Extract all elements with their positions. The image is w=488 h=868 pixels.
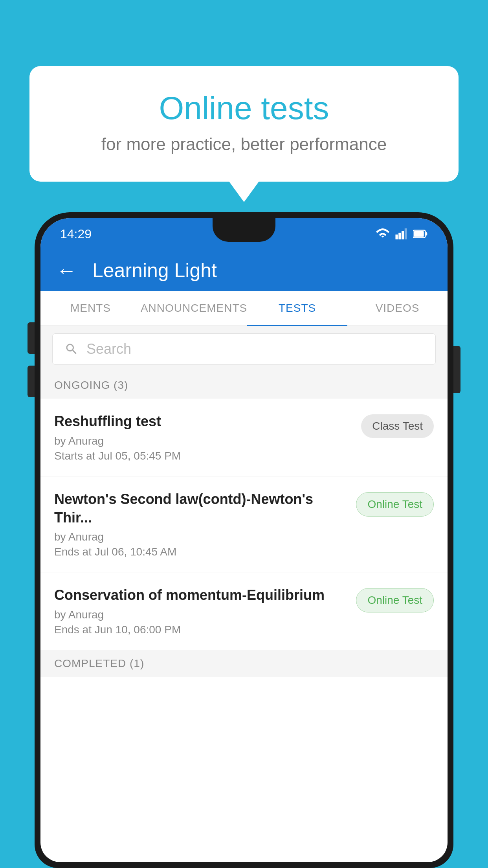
tab-ments[interactable]: MENTS xyxy=(40,291,141,326)
phone-frame: 14:29 xyxy=(35,212,453,868)
app-bar: ← Learning Light xyxy=(40,250,448,291)
search-container: Search xyxy=(40,326,448,372)
test-date: Ends at Jun 10, 06:00 PM xyxy=(54,623,348,636)
bubble-title: Online tests xyxy=(61,90,427,127)
search-icon xyxy=(64,342,79,356)
test-name: Conservation of momentum-Equilibrium xyxy=(54,586,348,605)
test-date: Ends at Jul 06, 10:45 AM xyxy=(54,546,348,558)
test-badge-online: Online Test xyxy=(356,588,434,612)
test-item[interactable]: Newton's Second law(contd)-Newton's Thir… xyxy=(40,476,448,573)
phone-screen: 14:29 xyxy=(40,218,448,862)
status-time: 14:29 xyxy=(60,227,92,241)
svg-rect-1 xyxy=(398,233,401,239)
ongoing-section-header: ONGOING (3) xyxy=(40,372,448,399)
test-info: Reshuffling test by Anurag Starts at Jul… xyxy=(54,412,361,462)
test-by: by Anurag xyxy=(54,435,353,447)
phone-vol-up-button xyxy=(28,322,35,354)
notch xyxy=(213,218,275,242)
phone-power-button xyxy=(453,346,460,393)
svg-rect-2 xyxy=(402,231,404,239)
test-by: by Anurag xyxy=(54,609,348,621)
svg-rect-3 xyxy=(405,228,407,239)
tab-videos[interactable]: VIDEOS xyxy=(347,291,448,326)
status-bar: 14:29 xyxy=(40,218,448,250)
test-date: Starts at Jul 05, 05:45 PM xyxy=(54,450,353,462)
search-placeholder: Search xyxy=(86,341,131,357)
test-by: by Anurag xyxy=(54,531,348,543)
signal-icon xyxy=(395,228,408,239)
app-title: Learning Light xyxy=(92,259,217,282)
test-badge-online: Online Test xyxy=(356,492,434,517)
test-badge-class: Class Test xyxy=(361,414,434,438)
test-item[interactable]: Reshuffling test by Anurag Starts at Jul… xyxy=(40,399,448,476)
tab-announcements[interactable]: ANNOUNCEMENTS xyxy=(141,291,247,326)
wifi-icon xyxy=(375,228,390,239)
tabs-bar: MENTS ANNOUNCEMENTS TESTS VIDEOS xyxy=(40,291,448,326)
back-button[interactable]: ← xyxy=(56,260,77,281)
test-item[interactable]: Conservation of momentum-Equilibrium by … xyxy=(40,572,448,650)
tab-tests[interactable]: TESTS xyxy=(247,291,347,326)
search-box[interactable]: Search xyxy=(52,333,436,365)
test-name: Newton's Second law(contd)-Newton's Thir… xyxy=(54,490,348,527)
svg-rect-0 xyxy=(395,235,398,239)
svg-rect-6 xyxy=(426,232,427,235)
test-info: Conservation of momentum-Equilibrium by … xyxy=(54,586,356,636)
svg-rect-5 xyxy=(414,231,424,237)
battery-icon xyxy=(413,230,428,238)
phone-vol-down-button xyxy=(28,366,35,397)
test-info: Newton's Second law(contd)-Newton's Thir… xyxy=(54,490,356,559)
completed-section-header: COMPLETED (1) xyxy=(40,650,448,677)
test-name: Reshuffling test xyxy=(54,412,353,431)
speech-bubble: Online tests for more practice, better p… xyxy=(29,66,459,182)
status-icons xyxy=(375,228,428,239)
bubble-subtitle: for more practice, better performance xyxy=(61,134,427,154)
